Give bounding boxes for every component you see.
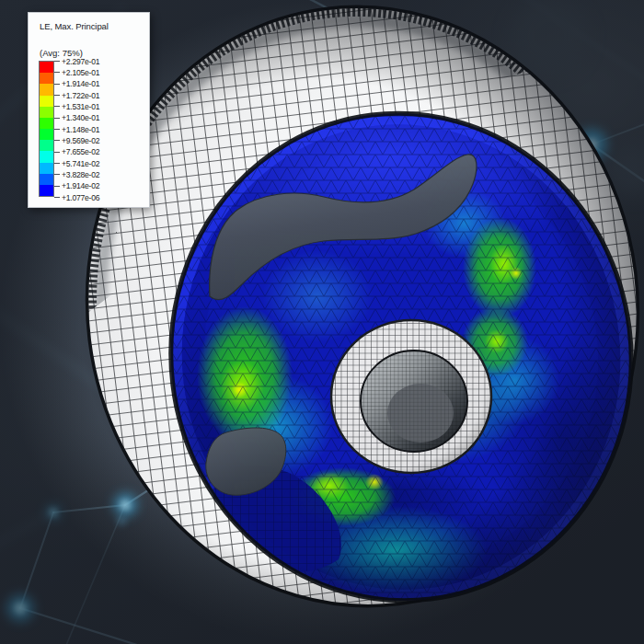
legend-color-band bbox=[40, 151, 53, 162]
legend-tick-mark bbox=[54, 174, 60, 175]
legend-tick-label: +2.297e-01 bbox=[62, 57, 99, 66]
legend-tick-mark bbox=[54, 95, 60, 96]
legend-color-band bbox=[40, 174, 53, 185]
legend-tick-label: +9.569e-02 bbox=[62, 136, 99, 145]
legend-color-band bbox=[40, 62, 53, 73]
legend-tick-label: +3.828e-02 bbox=[62, 170, 99, 179]
legend-tick-label: +1.914e-01 bbox=[62, 79, 99, 88]
legend-tick-mark bbox=[54, 118, 60, 119]
legend-color-band bbox=[40, 185, 53, 196]
legend-tick-label: +7.655e-02 bbox=[62, 147, 99, 156]
fea-visualization-screenshot: LE, Max. Principal (Avg: 75%) +2.297e-01… bbox=[0, 0, 644, 644]
contour-legend: LE, Max. Principal (Avg: 75%) +2.297e-01… bbox=[28, 12, 150, 208]
legend-tick-label: +1.531e-01 bbox=[62, 102, 99, 111]
legend-color-band bbox=[40, 163, 53, 174]
legend-color-band bbox=[40, 107, 53, 118]
legend-color-band bbox=[40, 129, 53, 140]
legend-tick-mark bbox=[54, 84, 60, 85]
legend-color-band bbox=[40, 96, 53, 107]
legend-tick-mark bbox=[54, 186, 60, 187]
legend-tick-label: +1.722e-01 bbox=[62, 91, 99, 100]
legend-tick-mark bbox=[54, 163, 60, 164]
legend-tick-mark bbox=[54, 129, 60, 130]
legend-color-band bbox=[40, 140, 53, 151]
legend-tick-label: +1.077e-06 bbox=[62, 193, 99, 202]
legend-tick-mark bbox=[54, 61, 60, 62]
legend-title: LE, Max. Principal bbox=[40, 21, 109, 31]
legend-tick-mark bbox=[54, 197, 60, 198]
legend-tick-mark bbox=[54, 106, 60, 107]
legend-subtitle: (Avg: 75%) bbox=[40, 48, 83, 58]
legend-tick-mark bbox=[54, 140, 60, 141]
legend-color-band bbox=[40, 118, 53, 129]
legend-tick-mark bbox=[54, 72, 60, 73]
legend-tick-label: +1.340e-01 bbox=[62, 113, 99, 122]
legend-tick-label: +5.741e-02 bbox=[62, 159, 99, 168]
legend-tick-label: +1.148e-01 bbox=[62, 125, 99, 134]
legend-color-band bbox=[40, 73, 53, 84]
legend-tick-mark bbox=[54, 152, 60, 153]
legend-color-band bbox=[40, 84, 53, 95]
legend-tick-label: +1.914e-02 bbox=[62, 181, 99, 190]
legend-tick-label: +2.105e-01 bbox=[62, 68, 99, 77]
legend-colorbar bbox=[39, 61, 54, 197]
